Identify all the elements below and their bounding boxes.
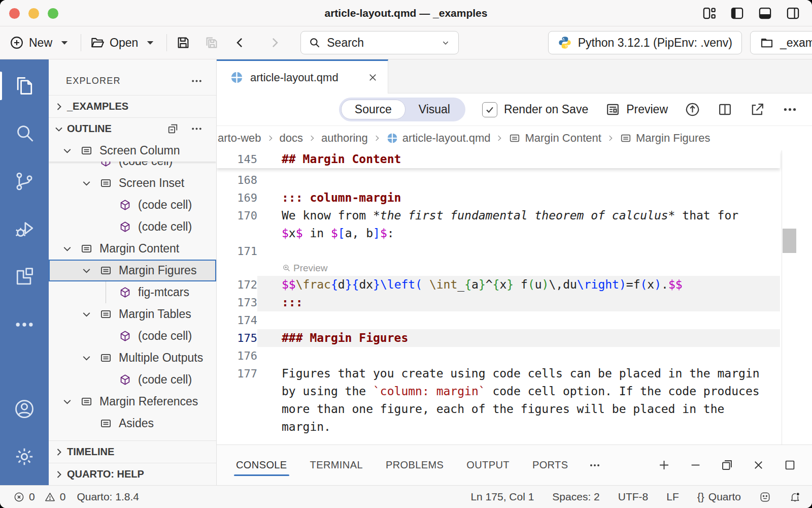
toggle-bottom-panel-icon[interactable] (757, 6, 773, 21)
breadcrumb-item-authoring[interactable]: authoring (321, 132, 368, 145)
outline-item-margin-tables[interactable]: Margin Tables (49, 303, 216, 325)
breadcrumb-item-article-layout-qmd[interactable]: article-layout.qmd (386, 132, 491, 145)
chevron-down-icon[interactable] (80, 177, 99, 189)
sidebar-item-run-debug[interactable] (0, 210, 49, 248)
panel-tab-terminal[interactable]: TERMINAL (310, 445, 363, 485)
code-line-text[interactable]: margin. (257, 418, 780, 436)
sidebar-item-source-control[interactable] (0, 162, 49, 201)
sidebar-item-more[interactable] (0, 305, 49, 344)
eol-status[interactable]: LF (666, 491, 679, 503)
notifications-bell-icon[interactable] (789, 491, 801, 503)
outline-item-multiple-outputs[interactable]: Multiple Outputs (49, 347, 216, 369)
panel-more-icon[interactable] (588, 459, 601, 472)
render-on-save-checkbox[interactable] (482, 102, 497, 117)
panel-tab-console[interactable]: CONSOLE (236, 445, 287, 485)
close-tab-icon[interactable] (367, 72, 379, 83)
account-icon[interactable] (0, 390, 49, 428)
breadcrumb-item-docs[interactable]: docs (280, 132, 303, 145)
open-button[interactable]: Open (90, 35, 158, 50)
language-mode-status[interactable]: {} Quarto (697, 491, 741, 503)
outline-item-code-cell[interactable]: (code cell) (49, 194, 216, 216)
code-line-text[interactable]: $$\frac{d}{dx}\left( \int_{a}^{x} f(u)\,… (257, 276, 780, 294)
forward-icon[interactable] (267, 35, 282, 50)
minimize-window-button[interactable] (28, 8, 39, 19)
code-line-text[interactable] (257, 311, 780, 329)
workspace-selector[interactable]: _examples (750, 31, 812, 54)
outline-item-code-cell[interactable]: (code cell) (49, 162, 216, 172)
back-icon[interactable] (232, 35, 248, 50)
source-mode-button[interactable]: Source (341, 100, 405, 119)
interpreter-selector[interactable]: Python 3.12.1 (PipEnv: .venv) (548, 31, 742, 54)
outline-item-screen-inset[interactable]: Screen Inset (49, 172, 216, 194)
code-line-text[interactable]: $x$ in $[a, b]$: (257, 225, 780, 242)
outline-item-asides[interactable]: Asides (49, 412, 216, 434)
feedback-smiley-icon[interactable] (759, 491, 771, 503)
open-external-icon[interactable] (750, 102, 765, 117)
preview-code-lens[interactable]: Preview (257, 260, 780, 276)
code-line-text[interactable] (257, 347, 780, 365)
outline-item-code-cell[interactable]: (code cell) (49, 369, 216, 391)
code-line-text[interactable]: We know from *the first fundamental theo… (257, 207, 780, 225)
outline-item-screen-column[interactable]: Screen Column (49, 140, 216, 162)
quarto-version-status[interactable]: Quarto: 1.8.4 (77, 491, 139, 503)
code-line-text[interactable]: by using the `column: margin` code cell … (257, 383, 780, 400)
panel-new-icon[interactable] (657, 458, 671, 472)
section-timeline[interactable]: TIMELINE (49, 440, 216, 463)
breadcrumb-item-margin-content[interactable]: Margin Content (509, 132, 601, 145)
code-line-text[interactable] (257, 242, 780, 260)
code-line-text[interactable]: Figures that you create using code cells… (257, 365, 780, 383)
panel-maximize-icon[interactable] (783, 458, 797, 472)
editor-scrollbar[interactable] (782, 150, 796, 444)
cursor-position-status[interactable]: Ln 175, Col 1 (470, 491, 534, 503)
preview-button[interactable]: Preview (605, 102, 668, 117)
problems-status[interactable]: 0 0 (13, 491, 65, 503)
code-line-text[interactable]: ::: column-margin (257, 189, 780, 207)
outline-item-code-cell[interactable]: (code cell) (49, 325, 216, 347)
outline-item-fig-mtcars[interactable]: fig-mtcars (49, 281, 216, 303)
chevron-down-icon[interactable] (61, 144, 80, 157)
explorer-more-icon[interactable] (190, 75, 203, 87)
breadcrumb-item-arto-web[interactable]: arto-web (218, 132, 261, 145)
editor-more-icon[interactable] (782, 102, 798, 117)
encoding-status[interactable]: UTF-8 (618, 491, 649, 503)
tab-article-layout[interactable]: article-layout.qmd (217, 59, 388, 94)
zoom-window-button[interactable] (48, 8, 58, 19)
search-input[interactable]: Search (300, 31, 459, 54)
code-line-text[interactable]: ## Margin Content (257, 150, 780, 168)
chevron-down-icon[interactable] (80, 264, 99, 277)
chevron-down-icon[interactable] (80, 352, 99, 364)
code-line-text[interactable] (257, 171, 780, 189)
panel-minimize-icon[interactable] (689, 458, 702, 472)
toggle-left-panel-icon[interactable] (729, 6, 745, 21)
chevron-down-icon[interactable] (80, 308, 99, 321)
customize-layout-icon[interactable] (701, 6, 717, 21)
panel-restore-icon[interactable] (720, 458, 734, 472)
sidebar-item-search[interactable] (0, 114, 49, 153)
sidebar-item-extensions[interactable] (0, 258, 49, 296)
section-examples[interactable]: _EXAMPLES (49, 95, 216, 117)
settings-gear-icon[interactable] (0, 437, 49, 476)
save-icon[interactable] (176, 35, 191, 50)
scrollbar-thumb[interactable] (783, 229, 796, 253)
section-outline[interactable]: OUTLINE (49, 117, 216, 140)
new-button[interactable]: New (9, 35, 72, 50)
visual-mode-button[interactable]: Visual (405, 100, 463, 119)
toggle-right-panel-icon[interactable] (785, 6, 801, 21)
publish-icon[interactable] (685, 102, 700, 117)
code-editor[interactable]: 145## Margin Content168169::: column-mar… (217, 150, 812, 444)
panel-tab-problems[interactable]: PROBLEMS (386, 445, 444, 485)
outline-item-margin-content[interactable]: Margin Content (49, 238, 216, 260)
outline-item-margin-figures[interactable]: Margin Figures (49, 260, 216, 281)
close-window-button[interactable] (9, 8, 20, 19)
panel-tab-ports[interactable]: PORTS (532, 445, 568, 485)
code-line-text[interactable]: ### Margin Figures (257, 329, 780, 347)
outline-item-code-cell[interactable]: (code cell) (49, 216, 216, 238)
panel-tab-output[interactable]: OUTPUT (466, 445, 510, 485)
split-editor-icon[interactable] (717, 102, 733, 117)
save-all-icon[interactable] (204, 35, 219, 50)
code-line-text[interactable]: more than one figure, each of the figure… (257, 400, 780, 418)
breadcrumb-item-margin-figures[interactable]: Margin Figures (620, 132, 710, 145)
outline-more-icon[interactable] (190, 122, 203, 135)
outline-item-margin-references[interactable]: Margin References (49, 391, 216, 412)
indentation-status[interactable]: Spaces: 2 (552, 491, 599, 503)
